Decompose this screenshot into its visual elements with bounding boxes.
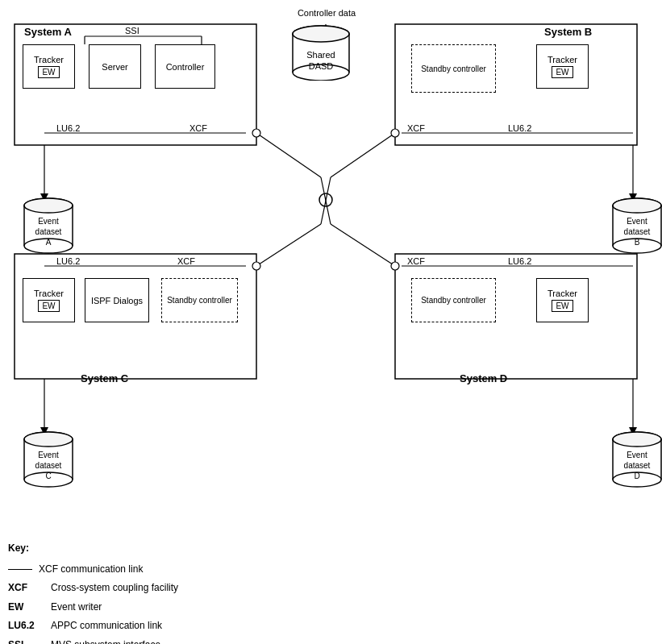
lu62-label-c: LU6.2 — [56, 256, 80, 266]
tracker-a: Tracker EW — [23, 44, 75, 89]
key-lu62-row: LU6.2 APPC communication link — [8, 617, 654, 635]
event-dataset-b: Event dataset B — [609, 197, 662, 254]
svg-line-24 — [331, 133, 395, 177]
svg-point-27 — [319, 193, 332, 206]
svg-text:dataset: dataset — [35, 227, 62, 236]
ssi-label-a: SSI — [125, 26, 139, 35]
xcf-label-c: XCF — [177, 256, 195, 266]
svg-point-58 — [613, 198, 661, 213]
key-lu62-term: LU6.2 — [8, 617, 44, 635]
svg-text:dataset: dataset — [624, 227, 651, 236]
standby-controller-d: Standby controller — [411, 278, 496, 322]
svg-text:Event: Event — [627, 217, 647, 226]
server-a: Server — [89, 44, 141, 89]
svg-point-34 — [252, 262, 260, 270]
svg-line-28 — [321, 177, 331, 224]
system-a-label: System A — [24, 26, 72, 38]
svg-text:DASD: DASD — [309, 61, 334, 71]
ew-tracker-c: EW — [38, 300, 59, 312]
svg-line-26 — [331, 224, 395, 266]
tracker-c: Tracker EW — [23, 278, 75, 322]
tracker-d: Tracker EW — [536, 278, 589, 322]
standby-controller-b: Standby controller — [411, 44, 496, 93]
key-ew-term: EW — [8, 599, 44, 617]
svg-line-29 — [321, 177, 331, 224]
svg-point-67 — [24, 432, 73, 447]
key-line-def: XCF communication link — [39, 561, 143, 579]
svg-text:Event: Event — [627, 451, 647, 459]
ew-tracker-d: EW — [552, 300, 572, 312]
shared-dasd: Shared DASD — [289, 24, 353, 81]
event-dataset-d: Event dataset D — [609, 431, 662, 488]
key-ew-row: EW Event writer — [8, 599, 654, 617]
svg-text:Shared: Shared — [306, 50, 335, 60]
key-lu62-def: APPC communication link — [51, 617, 162, 635]
svg-line-23 — [256, 133, 321, 177]
system-b-label: System B — [544, 26, 592, 38]
standby-controller-c: Standby controller — [161, 278, 238, 322]
svg-text:Event: Event — [38, 217, 59, 226]
ispf-dialogs-c: ISPF Dialogs — [85, 278, 149, 322]
lu62-label-b: LU6.2 — [508, 123, 531, 133]
svg-point-41 — [293, 26, 349, 42]
event-dataset-a: Event dataset A — [20, 197, 77, 254]
xcf-label-d: XCF — [407, 256, 425, 266]
system-c-label: System C — [81, 372, 128, 384]
controller-a: Controller — [155, 44, 215, 89]
key-xcf-term: XCF — [8, 580, 44, 597]
svg-text:dataset: dataset — [35, 461, 62, 470]
svg-text:B: B — [635, 238, 640, 247]
svg-point-35 — [391, 262, 399, 270]
svg-text:dataset: dataset — [624, 461, 651, 470]
key-line-row: XCF communication link — [8, 561, 654, 579]
system-d-label: System D — [460, 372, 507, 384]
svg-line-25 — [256, 224, 321, 266]
svg-text:Event: Event — [38, 451, 59, 459]
key-ssi-def: MVS subsystem interface — [51, 637, 160, 644]
key-ssi-term: SSI — [8, 637, 44, 644]
ew-tracker-b: EW — [552, 66, 572, 78]
event-dataset-c: Event dataset C — [20, 431, 77, 488]
svg-text:D: D — [634, 472, 639, 480]
ew-tracker-a: EW — [38, 66, 59, 78]
key-line-symbol — [8, 569, 32, 570]
svg-point-49 — [24, 198, 73, 213]
controller-data-label: Controller data — [294, 8, 359, 18]
key-section: Key: XCF communication link XCF Cross-sy… — [8, 540, 654, 644]
svg-point-33 — [391, 129, 399, 137]
svg-text:C: C — [45, 472, 51, 480]
xcf-label-b: XCF — [407, 123, 425, 133]
svg-text:A: A — [46, 238, 52, 247]
key-title: Key: — [8, 540, 654, 558]
key-ew-def: Event writer — [51, 599, 102, 617]
svg-point-76 — [613, 432, 661, 447]
key-xcf-def: Cross-system coupling facility — [51, 580, 178, 597]
svg-point-32 — [252, 129, 260, 137]
key-ssi-row: SSI MVS subsystem interface — [8, 637, 654, 644]
tracker-b: Tracker EW — [536, 44, 589, 89]
xcf-label-a: XCF — [189, 123, 207, 133]
lu62-label-d: LU6.2 — [508, 256, 531, 266]
lu62-label-a: LU6.2 — [56, 123, 80, 133]
key-xcf-row: XCF Cross-system coupling facility — [8, 580, 654, 597]
